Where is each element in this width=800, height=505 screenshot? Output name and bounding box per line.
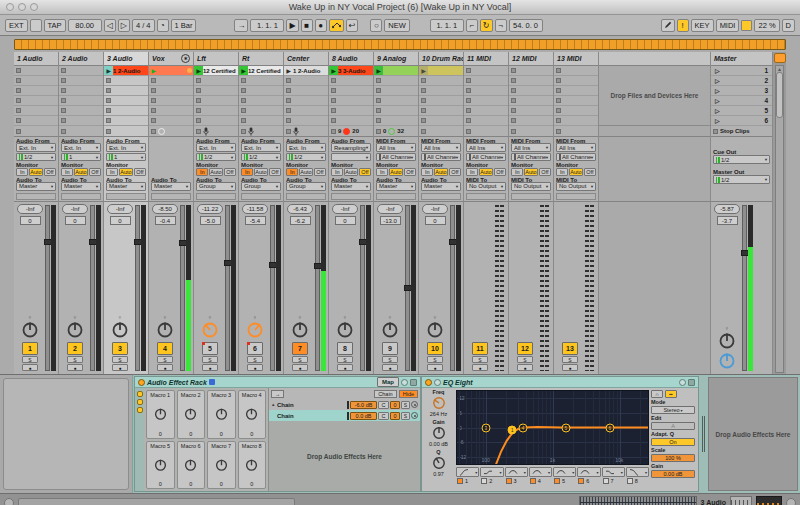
peak-level-display[interactable]: -Inf xyxy=(62,204,88,214)
pan-knob[interactable] xyxy=(245,320,265,340)
input-source-select[interactable]: All Ins ▼ xyxy=(421,143,461,151)
zoom-window-button[interactable] xyxy=(30,3,38,11)
monitor-auto-button[interactable]: Auto xyxy=(299,168,312,176)
clip-stop-button[interactable] xyxy=(61,78,66,83)
input-channel-select[interactable]: All Channe ▼ xyxy=(376,153,416,161)
chain-send[interactable]: 0 xyxy=(390,412,400,420)
input-channel-select[interactable]: 1 ▼ xyxy=(61,153,101,161)
stop-all-clips-button[interactable]: Stop Clips xyxy=(720,128,750,134)
arrangement-overview[interactable] xyxy=(14,39,786,50)
monitor-in-button[interactable]: In xyxy=(241,168,253,176)
clip-slot[interactable] xyxy=(104,86,148,96)
clip-stop-button[interactable] xyxy=(151,78,156,83)
clip-stop-button[interactable] xyxy=(331,108,336,113)
clip-stop-button[interactable] xyxy=(106,108,111,113)
clip-stop-button[interactable] xyxy=(556,78,561,83)
clip-stop-button[interactable] xyxy=(511,78,516,83)
record-button[interactable]: ● xyxy=(315,19,327,32)
filter-type-select[interactable]: ▾ xyxy=(577,467,600,477)
clip-slot[interactable] xyxy=(464,106,508,116)
clip-stop-button[interactable] xyxy=(421,78,426,83)
volume-fader[interactable] xyxy=(90,205,95,371)
monitor-off-button[interactable]: Off xyxy=(269,168,281,176)
macro-value[interactable]: 0 xyxy=(250,481,253,487)
clip-stop-button[interactable] xyxy=(241,98,246,103)
clip-slot[interactable] xyxy=(104,76,148,86)
volume-value[interactable]: -0.4 xyxy=(155,216,176,225)
metronome-button[interactable]: ◔ xyxy=(157,19,169,32)
track-header[interactable]: 3 Audio ∗ xyxy=(104,52,148,66)
clip-slot[interactable] xyxy=(554,76,598,86)
clip-slot[interactable] xyxy=(374,96,418,106)
arm-button[interactable]: ● xyxy=(22,364,38,371)
clip-slot[interactable] xyxy=(149,106,193,116)
solo-button[interactable]: S xyxy=(202,356,218,363)
clip-slot[interactable] xyxy=(329,106,373,116)
clip-slot[interactable] xyxy=(284,106,328,116)
device-activator-button[interactable] xyxy=(425,379,432,386)
solo-button[interactable]: S xyxy=(562,356,578,363)
chain-volume[interactable]: 0.0 dB xyxy=(350,412,377,420)
input-channel-select[interactable]: 1/2 ▼ xyxy=(16,153,56,161)
track-header[interactable]: 8 Audio ∗ xyxy=(329,52,373,66)
clip-play-button[interactable]: ▶ xyxy=(329,66,338,75)
session-record-button[interactable]: ○ xyxy=(370,19,382,32)
peak-level-display[interactable]: -Inf xyxy=(17,204,43,214)
show-detail-view-button[interactable] xyxy=(786,498,796,505)
clip-play-button[interactable]: ▶ xyxy=(239,66,248,75)
peak-level-display[interactable]: -6.43 xyxy=(287,204,313,214)
clip-slot[interactable] xyxy=(509,106,553,116)
clip-slot[interactable] xyxy=(509,116,553,126)
cue-volume-knob[interactable] xyxy=(717,351,737,371)
clip-slot[interactable] xyxy=(59,76,103,86)
clip-stop-button[interactable] xyxy=(61,88,66,93)
clip-stop-button[interactable] xyxy=(421,108,426,113)
clip-stop-button[interactable] xyxy=(511,118,516,123)
clip-stop-button[interactable] xyxy=(556,129,561,134)
clip-stop-button[interactable] xyxy=(106,88,111,93)
input-channel-select[interactable]: All Channe ▼ xyxy=(466,153,506,161)
close-window-button[interactable] xyxy=(6,3,14,11)
clip-stop-button[interactable] xyxy=(556,98,561,103)
clip-stop-button[interactable] xyxy=(511,108,516,113)
monitor-in-button[interactable]: In xyxy=(196,168,208,176)
solo-button[interactable]: S xyxy=(22,356,38,363)
clip-slot[interactable] xyxy=(284,96,328,106)
eq-gain-knob[interactable] xyxy=(431,425,447,441)
clip-stop-button[interactable] xyxy=(106,78,111,83)
clip-slot[interactable] xyxy=(464,86,508,96)
filter-type-select[interactable]: ▾ xyxy=(456,467,479,477)
clip-slot[interactable] xyxy=(374,86,418,96)
ext-sync-button[interactable]: EXT xyxy=(5,19,28,32)
input-source-select[interactable]: Ext. In ▼ xyxy=(16,143,56,151)
clip-slot[interactable] xyxy=(329,116,373,126)
clip-stop-button[interactable] xyxy=(421,118,426,123)
scene-play-icon[interactable]: ▷ xyxy=(715,117,720,124)
map-mode-button[interactable]: Map xyxy=(377,377,399,387)
clip-slot[interactable]: ▶ 3 3-Audio xyxy=(329,66,373,76)
scene-row[interactable]: ▷ 2 xyxy=(711,76,772,86)
track-header[interactable]: 11 MIDI ∗ xyxy=(464,52,508,66)
clip[interactable]: ▶ xyxy=(149,66,193,75)
hide-chains-button[interactable]: Hide xyxy=(399,390,418,398)
volume-value[interactable]: -6.2 xyxy=(290,216,311,225)
input-source-select[interactable]: All Ins ▼ xyxy=(556,143,596,151)
track-activator-button[interactable]: 7 xyxy=(292,342,308,355)
input-source-select[interactable]: Resampling ▼ xyxy=(331,143,371,151)
monitor-off-button[interactable]: Off xyxy=(314,168,326,176)
solo-button[interactable]: S xyxy=(157,356,173,363)
chain-volume[interactable]: -6.0 dB xyxy=(350,401,377,409)
clip-stop-button[interactable] xyxy=(196,118,201,123)
clip-stop-button[interactable] xyxy=(376,78,381,83)
volume-fader[interactable] xyxy=(360,205,365,371)
clip-slot[interactable] xyxy=(464,96,508,106)
monitor-off-button[interactable]: Off xyxy=(449,168,461,176)
input-source-select[interactable]: All Ins ▼ xyxy=(376,143,416,151)
clip-stop-button[interactable] xyxy=(196,108,201,113)
track-header[interactable]: 9 Analog ∗ xyxy=(374,52,418,66)
arm-button[interactable]: ● xyxy=(157,364,173,371)
chain-fold-arrow[interactable]: ▲ xyxy=(271,402,276,407)
loop-length-display[interactable]: 54. 0. 0 xyxy=(509,19,543,32)
volume-value[interactable]: -5.0 xyxy=(200,216,221,225)
output-gain-value[interactable]: 0.00 dB xyxy=(651,470,695,478)
